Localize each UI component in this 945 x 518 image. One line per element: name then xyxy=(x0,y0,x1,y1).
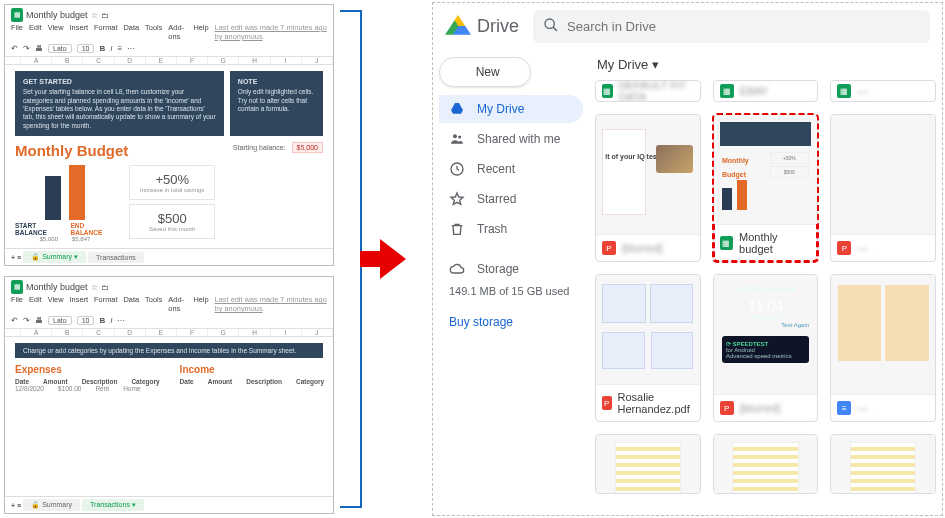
starting-balance-value[interactable]: $5,000 xyxy=(292,142,323,153)
last-edit-text[interactable]: Last edit was made 7 minutes ago by anon… xyxy=(215,295,327,313)
chart-start-label: START BALANCE xyxy=(15,222,67,236)
my-drive-icon xyxy=(449,101,465,117)
menu-insert[interactable]: Insert xyxy=(70,295,88,313)
docs-file-icon: ≡ xyxy=(837,401,851,415)
file-card[interactable] xyxy=(830,434,936,494)
doc-title[interactable]: Monthly budget xyxy=(26,10,88,20)
breadcrumb[interactable]: My Drive ▾ xyxy=(595,53,936,80)
banner-right-body1: Only edit highlighted cells. xyxy=(238,88,314,95)
last-edit-text[interactable]: Last edit was made 7 minutes ago by anon… xyxy=(215,23,327,41)
sidebar-item-storage[interactable]: Storage xyxy=(439,255,583,283)
italic-icon[interactable]: I xyxy=(110,44,112,53)
add-sheet-icon[interactable]: + xyxy=(11,254,15,261)
col-amount: Amount xyxy=(208,378,233,385)
buy-storage-link[interactable]: Buy storage xyxy=(439,309,583,335)
more-icon[interactable]: ⋯ xyxy=(127,44,135,53)
tab-summary[interactable]: 🔒 Summary ▾ xyxy=(23,251,86,263)
shared-icon xyxy=(449,131,465,147)
menu-file[interactable]: File xyxy=(11,23,23,41)
star-icon[interactable]: ☆ xyxy=(91,283,98,292)
align-icon[interactable]: ≡ xyxy=(117,44,122,53)
font-size-select[interactable]: 10 xyxy=(77,44,95,53)
file-card[interactable] xyxy=(713,434,819,494)
undo-icon[interactable]: ↶ xyxy=(11,44,18,53)
bold-icon[interactable]: B xyxy=(99,316,105,325)
font-select[interactable]: Lato xyxy=(48,44,72,53)
balance-bar-chart: START BALANCE END BALANCE $5,000 $5,847 xyxy=(15,165,115,242)
svg-line-1 xyxy=(553,27,557,31)
all-sheets-icon[interactable]: ≡ xyxy=(17,254,21,261)
sidebar-item-label: Starred xyxy=(477,192,516,206)
file-thumbnail: Monthly Budget +50%$500 xyxy=(714,115,818,224)
all-sheets-icon[interactable]: ≡ xyxy=(17,502,21,509)
file-card[interactable]: lt of your IQ test P[blurred] xyxy=(595,114,701,262)
menu-insert[interactable]: Insert xyxy=(70,23,88,41)
file-card[interactable]: ≡— xyxy=(830,274,936,422)
font-select[interactable]: Lato xyxy=(48,316,72,325)
file-card[interactable]: P— xyxy=(830,114,936,262)
trash-icon xyxy=(449,221,465,237)
tab-transactions[interactable]: Transactions xyxy=(88,252,144,263)
menu-addons[interactable]: Add-ons xyxy=(168,23,187,41)
search-input[interactable] xyxy=(567,19,920,34)
menu-data[interactable]: Data xyxy=(123,295,139,313)
menu-view[interactable]: View xyxy=(48,295,64,313)
table-row[interactable]: 12/8/2020 $100.00 Rent Home xyxy=(15,385,160,392)
tab-summary[interactable]: 🔒 Summary xyxy=(23,499,80,511)
menu-addons[interactable]: Add-ons xyxy=(168,295,187,313)
doc-title[interactable]: Monthly budget xyxy=(26,282,88,292)
more-icon[interactable]: ⋯ xyxy=(117,316,125,325)
search-bar[interactable] xyxy=(533,10,930,43)
move-folder-icon[interactable]: 🗀 xyxy=(101,283,109,292)
menu-format[interactable]: Format xyxy=(94,295,117,313)
move-folder-icon[interactable]: 🗀 xyxy=(101,11,109,20)
menu-tools[interactable]: Tools xyxy=(145,23,162,41)
cloud-icon xyxy=(449,261,465,277)
redo-icon[interactable]: ↷ xyxy=(23,316,30,325)
add-sheet-icon[interactable]: + xyxy=(11,502,15,509)
file-card[interactable]: ▦DEFAULT FIT DATA xyxy=(595,80,701,102)
banner-right-title: NOTE xyxy=(238,77,315,86)
file-name: Monthly budget xyxy=(739,231,811,255)
print-icon[interactable]: 🖶 xyxy=(35,316,43,325)
undo-icon[interactable]: ↶ xyxy=(11,316,18,325)
file-card[interactable] xyxy=(595,434,701,494)
file-card-monthly-budget[interactable]: Monthly Budget +50%$500 ▦Monthly budget xyxy=(713,114,819,262)
col-date: Date xyxy=(180,378,194,385)
income-title: Income xyxy=(180,364,325,375)
sheets-window-summary: ▦ Monthly budget ☆ 🗀 File Edit View Inse… xyxy=(4,4,334,266)
print-icon[interactable]: 🖶 xyxy=(35,44,43,53)
menu-file[interactable]: File xyxy=(11,295,23,313)
file-card[interactable]: ▦— xyxy=(830,80,936,102)
drive-logo[interactable]: Drive xyxy=(445,15,519,37)
bold-icon[interactable]: B xyxy=(99,44,105,53)
file-card[interactable]: PRosalie Hernandez.pdf xyxy=(595,274,701,422)
menu-help[interactable]: Help xyxy=(193,23,208,41)
menu-view[interactable]: View xyxy=(48,23,64,41)
sidebar-item-shared[interactable]: Shared with me xyxy=(439,125,583,153)
sidebar-item-trash[interactable]: Trash xyxy=(439,215,583,243)
redo-icon[interactable]: ↷ xyxy=(23,44,30,53)
file-card[interactable]: ▦EBAY xyxy=(713,80,819,102)
toolbar: ↶ ↷ 🖶 Lato 10 B I ⋯ xyxy=(5,313,333,329)
file-thumbnail: ⬇ DOWNLOAD Mbps 11.04 Ping 15 ms Test Ag… xyxy=(714,275,818,394)
menu-data[interactable]: Data xyxy=(123,23,139,41)
italic-icon[interactable]: I xyxy=(110,316,112,325)
file-card[interactable]: ⬇ DOWNLOAD Mbps 11.04 Ping 15 ms Test Ag… xyxy=(713,274,819,422)
menu-edit[interactable]: Edit xyxy=(29,23,42,41)
sidebar-item-my-drive[interactable]: My Drive xyxy=(439,95,583,123)
tab-transactions[interactable]: Transactions ▾ xyxy=(82,499,144,511)
font-size-select[interactable]: 10 xyxy=(77,316,95,325)
new-button[interactable]: + New xyxy=(439,57,531,87)
menu-edit[interactable]: Edit xyxy=(29,295,42,313)
sidebar-item-recent[interactable]: Recent xyxy=(439,155,583,183)
menu-tools[interactable]: Tools xyxy=(145,295,162,313)
sidebar-item-starred[interactable]: Starred xyxy=(439,185,583,213)
bracket-icon xyxy=(340,10,362,508)
col-category: Category xyxy=(131,378,159,385)
star-icon[interactable]: ☆ xyxy=(91,11,98,20)
menu-format[interactable]: Format xyxy=(94,23,117,41)
sidebar-item-label: My Drive xyxy=(477,102,524,116)
get-started-banner: GET STARTED Set your starting balance in… xyxy=(15,71,224,136)
menu-help[interactable]: Help xyxy=(193,295,208,313)
